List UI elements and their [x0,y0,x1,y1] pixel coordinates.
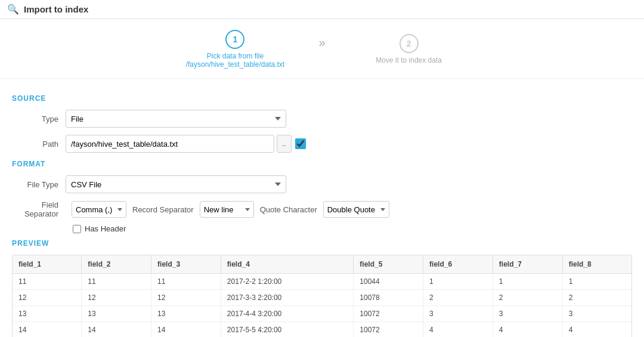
format-section-label: FORMAT [12,160,632,168]
field-separator-label: Field Separator [12,200,66,218]
path-label: Path [12,140,66,149]
table-cell: 10072 [354,322,423,338]
table-row: 1313132017-4-4 3:20:0010072333 [13,306,631,322]
column-header: field_5 [354,255,423,274]
table-cell: 10072 [354,306,423,322]
step-1: 1 Pick data from file /fayson/hive_test_… [157,30,312,69]
step-arrow: » [318,36,325,50]
table-cell: 1 [493,274,562,290]
separators-row: Field Separator Comma (,)TabPipe (|)Spac… [12,200,632,218]
table-cell: 2017-3-3 2:20:00 [221,290,353,306]
step-2-label: Move it to index data [376,56,442,64]
table-cell: 12 [82,290,151,306]
stepper: 1 Pick data from file /fayson/hive_test_… [0,19,644,75]
preview-table: field_1field_2field_3field_4field_5field… [13,255,631,337]
header: 🔍 Import to index [0,0,644,19]
field-separator-select[interactable]: Comma (,)TabPipe (|)Space [72,201,126,218]
quote-character-label: Quote Character [260,205,317,214]
preview-table-header: field_1field_2field_3field_4field_5field… [13,255,631,274]
table-cell: 2 [562,290,631,306]
table-cell: 11 [151,274,221,290]
has-header-checkbox[interactable] [73,225,81,233]
path-browse-button[interactable]: .. [277,135,292,153]
table-row: 1212122017-3-3 2:20:0010078222 [13,290,631,306]
table-cell: 10044 [354,274,423,290]
table-cell: 3 [562,306,631,322]
table-cell: 14 [151,322,221,338]
path-row: Path .. [12,135,632,153]
step-2-circle: 2 [400,34,419,53]
path-input[interactable] [66,135,274,153]
has-header-row: Has Header [73,224,632,233]
table-cell: 12 [13,290,82,306]
table-cell: 1 [423,274,493,290]
table-row: 1111112017-2-2 1:20:0010044111 [13,274,631,290]
table-cell: 2017-2-2 1:20:00 [221,274,353,290]
table-cell: 11 [82,274,151,290]
header-row: field_1field_2field_3field_4field_5field… [13,255,631,274]
table-cell: 2017-4-4 3:20:00 [221,306,353,322]
table-cell: 3 [493,306,562,322]
table-cell: 1 [562,274,631,290]
table-cell: 4 [423,322,493,338]
page-title: Import to index [24,4,88,14]
table-cell: 2 [423,290,493,306]
column-header: field_1 [13,255,82,274]
quote-character-select[interactable]: Double QuoteSingle QuoteNone [323,201,389,218]
column-header: field_8 [562,255,631,274]
search-icon: 🔍 [7,4,19,15]
table-cell: 14 [82,322,151,338]
table-cell: 2 [493,290,562,306]
preview-table-wrapper: field_1field_2field_3field_4field_5field… [12,255,632,337]
type-label: Type [12,115,66,123]
has-header-label: Has Header [85,224,126,233]
record-separator-select[interactable]: New lineSemicolonCustom [200,201,254,218]
column-header: field_2 [82,255,151,274]
file-type-label: File Type [12,180,66,189]
step-2: 2 Move it to index data [332,34,487,64]
table-cell: 3 [423,306,493,322]
file-type-select[interactable]: CSV FileJSON FileParquet File [66,175,286,193]
table-cell: 4 [562,322,631,338]
table-cell: 14 [13,322,82,338]
table-cell: 4 [493,322,562,338]
table-cell: 2017-5-5 4:20:00 [221,322,353,338]
type-row: Type FileHDFSDatabase [12,110,632,128]
table-cell: 13 [151,306,221,322]
column-header: field_7 [493,255,562,274]
record-separator-label: Record Separator [132,205,194,214]
table-cell: 13 [82,306,151,322]
table-cell: 13 [13,306,82,322]
step-1-label: Pick data from file /fayson/hive_test_ta… [157,52,312,69]
table-cell: 10078 [354,290,423,306]
column-header: field_6 [423,255,493,274]
file-type-row: File Type CSV FileJSON FileParquet File [12,175,632,193]
table-cell: 12 [151,290,221,306]
table-row: 1414142017-5-5 4:20:0010072444 [13,322,631,338]
main-content: SOURCE Type FileHDFSDatabase Path .. FOR… [0,82,644,337]
source-section-label: SOURCE [12,94,632,103]
preview-table-body: 1111112017-2-2 1:20:00100441111212122017… [13,274,631,338]
type-select[interactable]: FileHDFSDatabase [66,110,286,128]
step-1-circle: 1 [225,30,244,49]
path-check-checkbox[interactable] [295,138,306,149]
preview-section-label: PREVIEW [12,239,632,248]
table-cell: 11 [13,274,82,290]
column-header: field_4 [221,255,353,274]
column-header: field_3 [151,255,221,274]
